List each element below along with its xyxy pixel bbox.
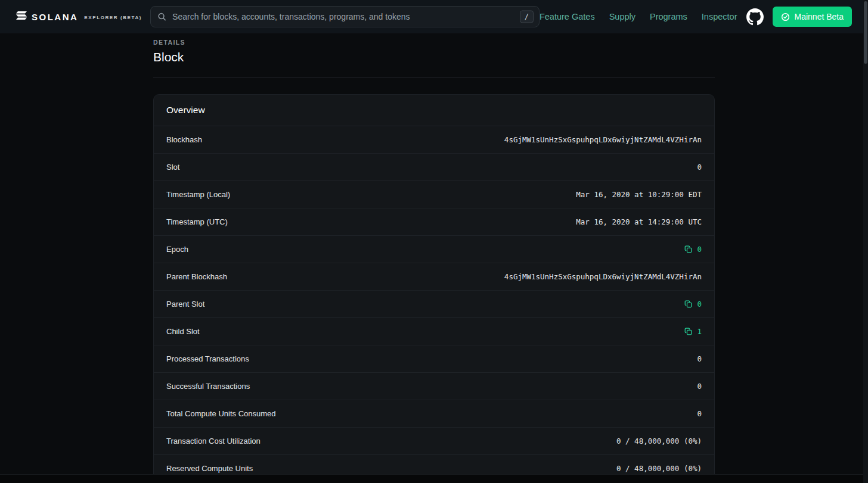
check-circle-icon <box>781 13 790 21</box>
row-value: 0 <box>697 163 702 172</box>
title-divider <box>153 77 715 77</box>
row-label: Transaction Cost Utilization <box>166 437 261 445</box>
overview-card-title: Overview <box>154 95 714 126</box>
scrollbar-thumb[interactable] <box>864 1 867 64</box>
navbar-links: Feature Gates Supply Programs Inspector <box>540 12 737 21</box>
row-value-wrap: Mar 16, 2020 at 14:29:00 UTC <box>576 217 702 226</box>
search-input[interactable] <box>150 6 540 27</box>
row-label: Timestamp (UTC) <box>166 217 228 226</box>
row-value-link[interactable]: 0 <box>697 245 702 254</box>
row-value-wrap: 0 / 48,000,000 (0%) <box>616 437 702 445</box>
brand-name: SOLANA <box>32 12 78 22</box>
github-icon[interactable] <box>746 8 764 26</box>
table-row: Epoch 0 <box>154 235 714 263</box>
footer-divider <box>0 474 868 483</box>
row-value: 0 / 48,000,000 (0%) <box>616 464 702 473</box>
table-row: Successful Transactions 0 <box>154 372 714 400</box>
row-value-wrap: 0 / 48,000,000 (0%) <box>616 464 702 473</box>
copy-button[interactable] <box>684 328 692 335</box>
row-label: Successful Transactions <box>166 382 250 391</box>
copy-button[interactable] <box>684 300 692 308</box>
page-title: Block <box>153 50 715 64</box>
table-row: Parent Slot 0 <box>154 290 714 317</box>
row-label: Total Compute Units Consumed <box>166 409 276 418</box>
row-value-wrap: 0 <box>684 300 702 309</box>
row-value-wrap: 0 <box>684 245 702 254</box>
table-row: Processed Transactions 0 <box>154 345 714 372</box>
row-label: Epoch <box>166 245 188 254</box>
copy-button[interactable] <box>684 245 692 253</box>
row-label: Blockhash <box>166 135 202 144</box>
cluster-button-label: Mainnet Beta <box>795 12 844 21</box>
overview-card: Overview Blockhash 4sGjMW1sUnHzSxGspuhpq… <box>153 94 715 482</box>
table-row: Child Slot 1 <box>154 317 714 345</box>
row-label: Parent Slot <box>166 300 204 309</box>
table-row: Total Compute Units Consumed 0 <box>154 400 714 427</box>
copy-icon <box>684 300 692 308</box>
copy-icon <box>684 245 692 253</box>
row-value-wrap: 0 <box>697 163 702 172</box>
table-row: Slot 0 <box>154 153 714 180</box>
copy-icon <box>684 328 692 335</box>
cluster-button[interactable]: Mainnet Beta <box>773 7 852 27</box>
row-value-link[interactable]: 0 <box>697 300 702 309</box>
row-value-wrap: 4sGjMW1sUnHzSxGspuhpqLDx6wiyjNtZAMdL4VZH… <box>504 135 702 144</box>
solana-logo[interactable]: SOLANA EXPLORER (BETA) <box>16 11 142 22</box>
row-value-link[interactable]: 1 <box>697 327 702 336</box>
row-label: Reserved Compute Units <box>166 464 253 473</box>
row-value: 4sGjMW1sUnHzSxGspuhpqLDx6wiyjNtZAMdL4VZH… <box>504 135 702 144</box>
row-value: 0 <box>697 354 702 363</box>
row-value: 0 <box>697 382 702 391</box>
row-value: 0 <box>697 409 702 418</box>
scrollbar-track <box>863 0 868 483</box>
solana-bars-icon <box>16 11 27 22</box>
overview-rows: Blockhash 4sGjMW1sUnHzSxGspuhpqLDx6wiyjN… <box>154 126 714 482</box>
row-value-wrap: 0 <box>697 409 702 418</box>
nav-link-inspector[interactable]: Inspector <box>702 12 737 21</box>
row-value-wrap: 4sGjMW1sUnHzSxGspuhpqLDx6wiyjNtZAMdL4VZH… <box>504 272 702 281</box>
brand-tagline: EXPLORER (BETA) <box>84 15 142 20</box>
search-bar: / <box>150 6 540 27</box>
row-value-wrap: 1 <box>684 327 702 336</box>
table-row: Blockhash 4sGjMW1sUnHzSxGspuhpqLDx6wiyjN… <box>154 126 714 153</box>
search-icon <box>157 13 166 21</box>
row-value: 4sGjMW1sUnHzSxGspuhpqLDx6wiyjNtZAMdL4VZH… <box>504 272 702 281</box>
nav-link-feature-gates[interactable]: Feature Gates <box>540 12 595 21</box>
navbar: SOLANA EXPLORER (BETA) / Feature Gates S… <box>0 0 868 33</box>
row-value-wrap: 0 <box>697 382 702 391</box>
breadcrumb-eyebrow: DETAILS <box>153 39 715 46</box>
nav-link-supply[interactable]: Supply <box>609 12 636 21</box>
row-label: Parent Blockhash <box>166 272 227 281</box>
table-row: Parent Blockhash 4sGjMW1sUnHzSxGspuhpqLD… <box>154 263 714 290</box>
row-value: 0 / 48,000,000 (0%) <box>616 437 702 445</box>
row-label: Processed Transactions <box>166 354 249 363</box>
row-value-wrap: Mar 16, 2020 at 10:29:00 EDT <box>576 190 702 199</box>
row-label: Slot <box>166 163 179 172</box>
table-row: Transaction Cost Utilization 0 / 48,000,… <box>154 427 714 454</box>
row-value: Mar 16, 2020 at 10:29:00 EDT <box>576 190 702 199</box>
row-label: Timestamp (Local) <box>166 190 230 199</box>
nav-link-programs[interactable]: Programs <box>650 12 687 21</box>
slash-shortcut-badge: / <box>520 11 534 23</box>
row-value: Mar 16, 2020 at 14:29:00 UTC <box>576 217 702 226</box>
table-row: Timestamp (UTC) Mar 16, 2020 at 14:29:00… <box>154 208 714 235</box>
row-value-wrap: 0 <box>697 354 702 363</box>
row-label: Child Slot <box>166 327 200 336</box>
main-content: DETAILS Block Overview Blockhash 4sGjMW1… <box>153 33 715 482</box>
table-row: Timestamp (Local) Mar 16, 2020 at 10:29:… <box>154 180 714 208</box>
